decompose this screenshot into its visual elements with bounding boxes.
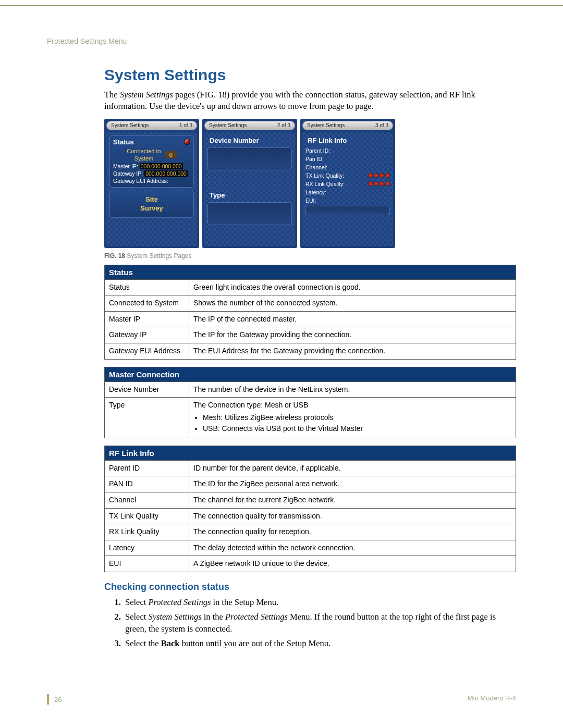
rf-pan-id-label: Pan ID:	[305, 156, 324, 162]
table-row: Device NumberThe number of the device in…	[105, 381, 516, 398]
page-number: 26	[47, 694, 62, 705]
rflink-table-body: Parent IDID number for the parent device…	[105, 460, 516, 572]
status-table: Status StatusGreen light indicates the o…	[104, 265, 516, 360]
table-cell-key: Channel	[105, 492, 189, 509]
screen-3-tab-page: 3 of 3	[375, 122, 388, 128]
site-survey-label: Site Survey	[110, 195, 193, 213]
table-cell-key: EUI	[105, 556, 189, 572]
connected-value: 0	[165, 151, 177, 158]
screen-1-tab-title: System Settings	[111, 122, 149, 128]
status-table-body: StatusGreen light indicates the overall …	[105, 279, 516, 359]
table-row: RX Link QualityThe connection quality fo…	[105, 524, 516, 540]
rf-latency-label: Latency:	[305, 189, 326, 195]
screen-2: System Settings 2 of 3 Device Number Typ…	[202, 119, 297, 248]
footer-doc-title: Mio Modero R-4	[468, 694, 516, 705]
screen-2-tab: System Settings 2 of 3	[204, 121, 295, 130]
screen-2-tab-page: 2 of 3	[277, 122, 290, 128]
figure-18: System Settings 1 of 3 Status Connected …	[104, 119, 516, 260]
table-cell-key: Parent ID	[105, 460, 189, 476]
rf-tx-label: TX Link Quality:	[305, 172, 344, 179]
table-cell-key: Gateway IP	[105, 327, 189, 343]
table-row: Master IPThe IP of the connected master.	[105, 311, 516, 327]
table-cell-key: Latency	[105, 540, 189, 556]
table-row: Gateway IPThe IP for the Gateway providi…	[105, 327, 516, 343]
rf-rx-label: RX Link Quality:	[305, 181, 345, 187]
section-title: System Settings	[104, 66, 516, 84]
screen-3-tab-title: System Settings	[307, 122, 345, 128]
table-cell-value: A ZigBee network ID unique to the device…	[189, 556, 516, 572]
page-footer: 26 Mio Modero R-4	[47, 691, 516, 705]
table-row: StatusGreen light indicates the overall …	[105, 279, 516, 295]
step-item: Select Protected Settings in the Setup M…	[123, 597, 516, 608]
table-cell-value: ID number for the parent device, if appl…	[189, 460, 516, 476]
table-cell-key: Device Number	[105, 381, 189, 398]
master-connection-table: Master Connection Device NumberThe numbe…	[104, 367, 516, 438]
table-row: EUIA ZigBee network ID unique to the dev…	[105, 556, 516, 572]
screen-1: System Settings 1 of 3 Status Connected …	[104, 119, 199, 248]
device-number-field	[207, 147, 292, 170]
rflink-table: RF Link Info Parent IDID number for the …	[104, 446, 516, 572]
rx-quality-dots	[368, 181, 390, 186]
table-row: ChannelThe channel for the current ZigBe…	[105, 492, 516, 509]
status-indicator-dot	[184, 139, 190, 145]
table-cell-value: The connection quality for transmission.	[189, 508, 516, 524]
table-row: TypeThe Connection type: Mesh or USBMesh…	[105, 398, 516, 438]
document-page: Protected Settings Menu System Settings …	[0, 5, 563, 725]
screen-1-tab: System Settings 1 of 3	[106, 121, 197, 130]
table-cell-value: Green light indicates the overall connec…	[189, 279, 516, 295]
figure-caption-number: FIG. 18	[104, 252, 125, 260]
table-row: LatencyThe delay detected within the net…	[105, 540, 516, 556]
gateway-eui-label: Gateway EUI Address:	[113, 178, 190, 184]
table-row: Connected to SystemShows the number of t…	[105, 295, 516, 312]
screen-3-tab: System Settings 3 of 3	[302, 121, 393, 130]
table-cell-key: Connected to System	[105, 295, 189, 312]
table-cell-value: The delay detected within the network co…	[189, 540, 516, 556]
figure-caption: FIG. 18 System Settings Pages	[104, 252, 516, 260]
screen-3: System Settings 3 of 3 RF Link Info Pare…	[300, 119, 395, 248]
rflink-table-header: RF Link Info	[105, 446, 516, 460]
rf-link-title: RF Link Info	[305, 135, 390, 145]
page-header-breadcrumb: Protected Settings Menu	[47, 37, 516, 45]
table-cell-key: PAN ID	[105, 476, 189, 492]
table-row: PAN IDThe ID for the ZigBee personal are…	[105, 476, 516, 492]
table-cell-value: The Connection type: Mesh or USBMesh: Ut…	[189, 398, 516, 438]
status-title: Status	[113, 138, 134, 146]
status-panel: Status Connected to System 0 Master IP: …	[109, 135, 194, 188]
table-cell-value: The connection quality for reception.	[189, 524, 516, 540]
table-bullet: Mesh: Utilizes ZigBee wireless protocols	[203, 413, 511, 423]
rf-parent-id-label: Parent ID:	[305, 147, 330, 154]
site-survey-button[interactable]: Site Survey	[109, 191, 194, 218]
table-cell-value: The IP for the Gateway providing the con…	[189, 327, 516, 343]
rf-channel-label: Channel:	[305, 164, 327, 170]
table-row: Gateway EUI AddressThe EUI Address for t…	[105, 343, 516, 359]
intro-paragraph: The System Settings pages (FIG. 18) prov…	[104, 89, 516, 113]
tx-quality-dots	[368, 173, 390, 178]
table-cell-value: The IP of the connected master.	[189, 311, 516, 327]
gateway-ip-value: 000.000.000.000	[144, 170, 188, 177]
figure-caption-text: System Settings Pages	[125, 252, 191, 260]
screen-2-tab-title: System Settings	[209, 122, 247, 128]
table-cell-value: The number of the device in the NetLinx …	[189, 381, 516, 398]
screen-1-tab-page: 1 of 3	[179, 122, 192, 128]
table-row: TX Link QualityThe connection quality fo…	[105, 508, 516, 524]
table-cell-key: RX Link Quality	[105, 524, 189, 540]
table-row: Parent IDID number for the parent device…	[105, 460, 516, 476]
content-area: System Settings The System Settings page…	[104, 66, 516, 649]
step-item: Select the Back button until you are out…	[123, 638, 516, 649]
type-title: Type	[207, 190, 292, 200]
master-table-body: Device NumberThe number of the device in…	[105, 381, 516, 438]
master-ip-label: Master IP:	[113, 163, 138, 169]
step-item: Select System Settings in the Protected …	[123, 611, 516, 635]
table-cell-key: TX Link Quality	[105, 508, 189, 524]
type-field	[207, 202, 292, 225]
table-cell-value: The EUI Address for the Gateway providin…	[189, 343, 516, 359]
device-number-title: Device Number	[207, 135, 292, 145]
table-cell-key: Type	[105, 398, 189, 438]
table-cell-key: Master IP	[105, 311, 189, 327]
master-ip-value: 000.000.000.000	[140, 163, 183, 169]
rf-eui-field	[305, 206, 390, 215]
status-table-header: Status	[105, 265, 516, 279]
table-cell-value: The ID for the ZigBee personal area netw…	[189, 476, 516, 492]
table-cell-key: Status	[105, 279, 189, 295]
table-bullet: USB: Connects via USB port to the Virtua…	[203, 424, 511, 434]
